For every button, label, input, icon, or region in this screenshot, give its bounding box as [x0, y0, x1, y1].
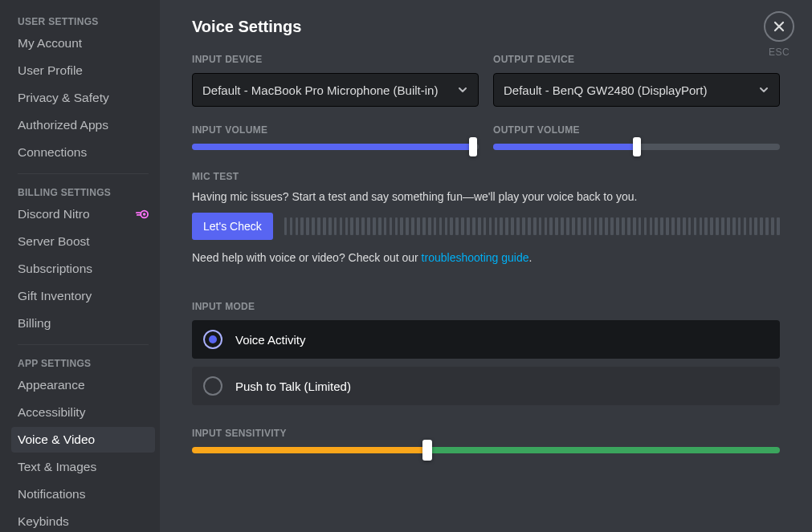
page-title: Voice Settings — [192, 18, 780, 36]
radio-label: Push to Talk (Limited) — [235, 380, 351, 393]
mic-test-label: MIC TEST — [192, 171, 780, 182]
help-text: Need help with voice or video? Check out… — [192, 251, 780, 264]
svg-point-1 — [143, 213, 146, 216]
sidebar-item-my-account[interactable]: My Account — [11, 30, 155, 56]
sidebar-item-text-images[interactable]: Text & Images — [11, 454, 155, 480]
sidebar-item-label: Billing — [18, 316, 51, 331]
sidebar-item-label: Keybinds — [18, 514, 69, 529]
sidebar-item-billing[interactable]: Billing — [11, 311, 155, 336]
input-mode-label: INPUT MODE — [192, 301, 780, 312]
sidebar-item-label: Privacy & Safety — [18, 91, 109, 105]
sidebar-item-keybinds[interactable]: Keybinds — [11, 509, 155, 532]
sidebar-divider — [18, 344, 149, 345]
output-device-label: OUTPUT DEVICE — [493, 54, 780, 65]
input-volume-label: INPUT VOLUME — [192, 124, 479, 136]
slider-thumb[interactable] — [633, 137, 641, 156]
sidebar-item-discord-nitro[interactable]: Discord Nitro — [11, 201, 155, 227]
input-device-value: Default - MacBook Pro Microphone (Built-… — [202, 83, 451, 97]
mic-test-description: Having mic issues? Start a test and say … — [192, 190, 780, 203]
sidebar-item-label: Gift Inventory — [18, 289, 92, 303]
nitro-icon — [136, 208, 149, 221]
sidebar-item-label: Discord Nitro — [18, 207, 90, 221]
input-mode-group: Voice ActivityPush to Talk (Limited) — [192, 320, 780, 405]
input-device-label: INPUT DEVICE — [192, 54, 479, 65]
sidebar-item-accessibility[interactable]: Accessibility — [11, 400, 155, 425]
radio-icon — [203, 330, 222, 349]
sidebar-item-voice-video[interactable]: Voice & Video — [11, 427, 155, 453]
close-column: ESC — [764, 11, 794, 58]
sidebar-item-notifications[interactable]: Notifications — [11, 481, 155, 507]
sidebar-divider — [18, 173, 149, 174]
output-volume-label: OUTPUT VOLUME — [493, 124, 780, 136]
input-sensitivity-label: INPUT SENSITIVITY — [192, 428, 780, 439]
sidebar-item-server-boost[interactable]: Server Boost — [11, 229, 155, 254]
sidebar-item-label: User Profile — [18, 63, 83, 78]
settings-content: ESC Voice Settings INPUT DEVICE Default … — [160, 0, 812, 532]
mic-test-meter — [284, 217, 780, 235]
sidebar-item-appearance[interactable]: Appearance — [11, 372, 155, 398]
radio-icon — [203, 376, 222, 396]
chevron-down-icon — [758, 84, 769, 95]
sidebar-item-label: Server Boost — [18, 234, 90, 249]
sidebar-item-label: Text & Images — [18, 460, 96, 474]
slider-thumb[interactable] — [422, 440, 432, 461]
input-volume-slider[interactable] — [192, 144, 479, 150]
input-mode-option[interactable]: Push to Talk (Limited) — [192, 367, 780, 405]
sidebar-section-header: APP SETTINGS — [11, 353, 155, 372]
sidebar-item-privacy-safety[interactable]: Privacy & Safety — [11, 85, 155, 111]
output-device-select[interactable]: Default - BenQ GW2480 (DisplayPort) — [493, 73, 780, 107]
input-mode-option[interactable]: Voice Activity — [192, 320, 780, 359]
close-esc-label: ESC — [764, 47, 794, 58]
troubleshooting-link[interactable]: troubleshooting guide — [422, 251, 529, 264]
sidebar-item-label: Accessibility — [18, 405, 85, 420]
sidebar-item-label: Notifications — [18, 487, 85, 502]
sidebar-item-label: Subscriptions — [18, 262, 92, 276]
chevron-down-icon — [457, 84, 468, 95]
sidebar-item-subscriptions[interactable]: Subscriptions — [11, 256, 155, 282]
sidebar-item-label: Connections — [18, 145, 87, 160]
sidebar-item-user-profile[interactable]: User Profile — [11, 58, 155, 83]
sidebar-item-label: My Account — [18, 36, 82, 51]
sidebar-item-label: Voice & Video — [18, 433, 95, 447]
output-volume-slider[interactable] — [493, 144, 780, 150]
sidebar-item-gift-inventory[interactable]: Gift Inventory — [11, 283, 155, 309]
input-device-select[interactable]: Default - MacBook Pro Microphone (Built-… — [192, 73, 479, 107]
close-icon — [773, 20, 785, 33]
slider-thumb[interactable] — [469, 137, 477, 156]
radio-label: Voice Activity — [235, 333, 306, 347]
sidebar-item-connections[interactable]: Connections — [11, 140, 155, 165]
close-button[interactable] — [764, 11, 794, 42]
sidebar-item-label: Appearance — [18, 378, 85, 392]
sidebar-item-label: Authorized Apps — [18, 118, 108, 132]
input-sensitivity-slider[interactable] — [192, 447, 780, 453]
output-device-value: Default - BenQ GW2480 (DisplayPort) — [504, 83, 752, 97]
mic-test-button[interactable]: Let's Check — [192, 213, 273, 240]
sidebar-section-header: USER SETTINGS — [11, 11, 155, 30]
sidebar-section-header: BILLING SETTINGS — [11, 182, 155, 201]
settings-sidebar: USER SETTINGSMy AccountUser ProfilePriva… — [0, 0, 160, 532]
sidebar-item-authorized-apps[interactable]: Authorized Apps — [11, 112, 155, 138]
